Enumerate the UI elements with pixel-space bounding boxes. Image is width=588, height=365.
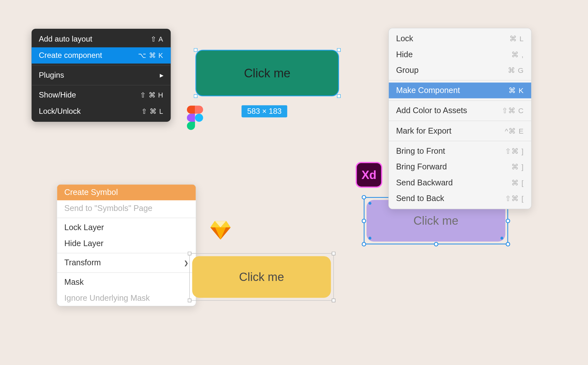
menu-separator — [57, 253, 196, 253]
menu-separator — [57, 272, 196, 273]
selection-handle[interactable] — [506, 242, 510, 246]
menu-separator — [389, 100, 531, 101]
menu-item-shortcut: ⌘ K — [508, 86, 524, 95]
menu-item-send-back[interactable]: Send to Back ⇧⌘ [ — [389, 190, 531, 206]
menu-item-lock-unlock[interactable]: Lock/Unlock ⇧ ⌘ L — [32, 103, 171, 120]
menu-item-make-component[interactable]: Make Component ⌘ K — [389, 82, 531, 98]
menu-item-plugins[interactable]: Plugins ▶ — [32, 67, 171, 83]
menu-item-label: Bring Forward — [396, 162, 447, 172]
corner-radius-handle[interactable] — [500, 237, 503, 240]
menu-item-label: Create Symbol — [64, 188, 118, 197]
selection-handle[interactable] — [332, 252, 335, 255]
selection-handle[interactable] — [332, 299, 335, 302]
menu-item-show-hide[interactable]: Show/Hide ⇧ ⌘ H — [32, 87, 171, 103]
menu-separator — [32, 65, 171, 66]
selection-handle[interactable] — [506, 219, 510, 223]
menu-item-shortcut: ⇧⌘ C — [502, 106, 524, 115]
selection-handle[interactable] — [188, 252, 191, 255]
menu-item-shortcut: ⇧⌘ ] — [505, 147, 524, 156]
menu-item-group[interactable]: Group ⌘ G — [389, 62, 531, 78]
menu-item-send-backward[interactable]: Send Backward ⌘ [ — [389, 175, 531, 190]
chevron-right-icon: ▶ — [160, 73, 163, 78]
menu-item-hide-layer[interactable]: Hide Layer — [57, 236, 196, 251]
button-label: Click me — [414, 214, 459, 228]
menu-item-label: Mask — [64, 277, 84, 287]
menu-item-hide[interactable]: Hide ⌘ , — [389, 47, 531, 62]
selection-handle[interactable] — [194, 48, 197, 52]
menu-item-mark-export[interactable]: Mark for Export ^⌘ E — [389, 123, 531, 139]
menu-item-label: Bring to Front — [396, 146, 445, 156]
menu-separator — [389, 120, 531, 121]
adobe-xd-logo-icon: Xd — [356, 162, 383, 188]
selection-dimensions-badge: 583 × 183 — [242, 105, 287, 117]
menu-item-label: Lock — [396, 34, 413, 43]
menu-item-label: Ignore Underlying Mask — [64, 293, 150, 303]
menu-item-add-auto-layout[interactable]: Add auto layout ⇧ A — [32, 31, 171, 47]
menu-separator — [32, 85, 171, 85]
menu-item-shortcut: ⇧⌘ [ — [505, 194, 524, 203]
menu-item-shortcut: ⌘ [ — [511, 178, 524, 187]
menu-item-shortcut: ⌘ L — [509, 34, 524, 43]
menu-separator — [57, 218, 196, 218]
menu-item-create-component[interactable]: Create component ⌥ ⌘ K — [32, 47, 171, 64]
chevron-right-icon: ❯ — [184, 260, 189, 266]
menu-item-label: Show/Hide — [39, 91, 76, 100]
sketch-selection-box[interactable]: Click me — [189, 253, 334, 301]
selection-handle[interactable] — [194, 94, 197, 98]
selection-handle[interactable] — [362, 242, 366, 246]
menu-item-label: Add Color to Assets — [396, 106, 467, 115]
selection-handle[interactable] — [362, 195, 366, 199]
menu-item-label: Send to "Symbols" Page — [64, 204, 152, 213]
selection-handle[interactable] — [337, 48, 341, 52]
menu-item-bring-forward[interactable]: Bring Forward ⌘ ] — [389, 159, 531, 175]
menu-item-ignore-mask: Ignore Underlying Mask — [57, 290, 196, 306]
selection-handle[interactable] — [362, 219, 366, 223]
menu-item-label: Hide — [396, 50, 413, 59]
menu-item-shortcut: ⇧ ⌘ L — [141, 107, 164, 116]
menu-item-create-symbol[interactable]: Create Symbol — [57, 184, 196, 200]
menu-item-lock-layer[interactable]: Lock Layer — [57, 220, 196, 235]
xd-context-menu: Lock ⌘ L Hide ⌘ , Group ⌘ G Make Compone… — [388, 28, 531, 209]
selection-handle[interactable] — [337, 94, 341, 98]
menu-item-label: Plugins — [39, 71, 64, 80]
menu-item-bring-front[interactable]: Bring to Front ⇧⌘ ] — [389, 143, 531, 159]
menu-item-add-color[interactable]: Add Color to Assets ⇧⌘ C — [389, 103, 531, 119]
menu-separator — [389, 80, 531, 81]
figma-context-menu: Add auto layout ⇧ A Create component ⌥ ⌘… — [32, 29, 171, 122]
menu-item-shortcut: ⌥ ⌘ K — [138, 51, 164, 60]
menu-item-label: Send to Back — [396, 194, 444, 203]
menu-item-label: Group — [396, 66, 418, 75]
menu-separator — [389, 141, 531, 141]
sketch-selected-button[interactable]: Click me — [192, 256, 331, 298]
menu-item-label: Create component — [39, 51, 102, 60]
selection-handle[interactable] — [188, 299, 191, 302]
menu-item-label: Hide Layer — [64, 239, 103, 248]
menu-item-label: Lock/Unlock — [39, 107, 81, 116]
button-label: Click me — [244, 66, 290, 80]
menu-item-lock[interactable]: Lock ⌘ L — [389, 31, 531, 46]
menu-item-shortcut: ⌘ ] — [511, 162, 524, 171]
figma-logo-icon — [187, 105, 203, 130]
menu-item-label: Make Component — [396, 86, 460, 95]
menu-item-shortcut: ⌘ G — [508, 66, 524, 75]
sketch-logo-icon — [210, 221, 230, 239]
menu-item-label: Add auto layout — [39, 35, 92, 44]
menu-item-label: Send Backward — [396, 178, 453, 187]
selection-handle[interactable] — [434, 242, 438, 246]
menu-item-label: Mark for Export — [396, 126, 451, 136]
menu-item-shortcut: ^⌘ E — [505, 127, 524, 136]
menu-item-shortcut: ⌘ , — [511, 50, 524, 59]
menu-item-shortcut: ⇧ ⌘ H — [140, 91, 163, 99]
button-label: Click me — [239, 270, 284, 284]
corner-radius-handle[interactable] — [368, 237, 371, 240]
menu-item-send-to-symbols: Send to "Symbols" Page — [57, 200, 196, 216]
corner-radius-handle[interactable] — [368, 202, 371, 205]
logo-text: Xd — [361, 168, 376, 182]
menu-item-shortcut: ⇧ A — [151, 35, 164, 44]
figma-selected-button[interactable]: Click me — [195, 50, 339, 97]
menu-item-label: Transform — [64, 258, 101, 268]
menu-item-transform[interactable]: Transform ❯ — [57, 255, 196, 271]
menu-item-mask[interactable]: Mask — [57, 274, 196, 290]
sketch-context-menu: Create Symbol Send to "Symbols" Page Loc… — [57, 184, 196, 306]
menu-item-label: Lock Layer — [64, 223, 104, 232]
